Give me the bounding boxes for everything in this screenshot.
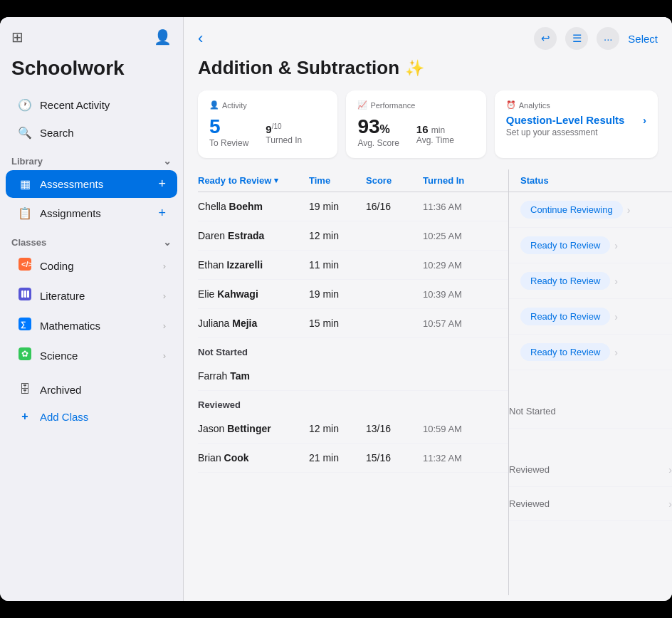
reviewed-section-label: Reviewed <box>198 391 508 414</box>
sidebar-item-add-class-label: Add Class <box>40 411 166 423</box>
status-row[interactable]: Ready to Review › <box>509 263 672 299</box>
table-row[interactable]: Farrah Tam <box>198 362 508 391</box>
sidebar-item-coding[interactable]: </> Coding › <box>6 251 177 280</box>
activity-card[interactable]: 👤 Activity 5 To Review 9/10 Turned In <box>198 90 337 158</box>
performance-card-header: 📈 Performance <box>357 100 474 110</box>
avg-score-value: 93% <box>357 115 399 138</box>
sidebar-toggle-icon[interactable]: ⊞ <box>11 28 23 46</box>
sparkle-icon: ✨ <box>405 59 424 78</box>
status-row[interactable]: Reviewed › <box>509 453 672 487</box>
col-header-ready-to-review[interactable]: Ready to Review ▾ <box>198 175 309 186</box>
status-badge[interactable]: Ready to Review <box>520 343 610 361</box>
sidebar-item-assessments-label: Assessments <box>40 178 151 190</box>
coding-class-icon: </> <box>17 258 33 273</box>
performance-card[interactable]: 📈 Performance 93% Avg. Score 16 min <box>346 90 485 158</box>
svg-rect-3 <box>21 290 23 298</box>
status-row[interactable]: Continue Reviewing › <box>509 192 672 228</box>
sidebar-item-literature[interactable]: Literature › <box>6 281 177 310</box>
assignments-icon: 📋 <box>17 206 33 220</box>
activity-header-label: Activity <box>222 101 247 110</box>
col-header-turned-in[interactable]: Turned In <box>423 175 508 186</box>
svg-rect-5 <box>27 290 29 298</box>
sidebar-item-archived-label: Archived <box>40 384 166 396</box>
name-cell: Brian Cook <box>198 452 309 464</box>
table-row[interactable]: Daren Estrada 12 min 10:25 AM <box>198 221 508 251</box>
time-cell: 15 min <box>309 318 366 329</box>
status-row[interactable]: Ready to Review › <box>509 228 672 263</box>
score-cell: 13/16 <box>366 423 423 434</box>
search-icon: 🔍 <box>17 126 33 140</box>
col-header-time[interactable]: Time <box>309 175 366 186</box>
score-cell: 16/16 <box>366 201 423 212</box>
table-row[interactable]: Elie Kahwagi 19 min 10:39 AM <box>198 280 508 309</box>
status-chevron-icon: › <box>627 204 631 216</box>
time-cell: 19 min <box>309 201 366 212</box>
library-chevron-icon: ⌄ <box>163 155 172 167</box>
science-class-icon: ✿ <box>17 347 33 363</box>
analytics-card[interactable]: ⏰ Analytics Question-Level Results › Set… <box>495 90 658 158</box>
status-row[interactable]: Ready to Review › <box>509 299 672 335</box>
page-title-row: Addition & Subtraction ✨ <box>184 57 672 90</box>
status-row[interactable]: Ready to Review › <box>509 335 672 370</box>
table-row[interactable]: Juliana Mejia 15 min 10:57 AM <box>198 309 508 338</box>
filter-button[interactable]: ☰ <box>565 27 588 50</box>
status-badge[interactable]: Ready to Review <box>520 272 610 290</box>
literature-chevron-icon: › <box>163 290 166 301</box>
to-review-label: To Review <box>209 138 248 148</box>
sidebar-top-bar: ⊞ 👤 <box>0 28 183 54</box>
status-chevron-icon: › <box>614 347 618 358</box>
svg-rect-4 <box>24 290 26 298</box>
sidebar-item-mathematics[interactable]: ∑ Mathematics › <box>6 311 177 340</box>
analytics-header-label: Analytics <box>519 101 550 110</box>
name-cell: Elie Kahwagi <box>198 288 309 300</box>
sidebar-item-assignments[interactable]: 📋 Assignments + <box>6 199 177 227</box>
science-chevron-icon: › <box>163 350 166 361</box>
performance-header-label: Performance <box>370 101 415 110</box>
col-header-score[interactable]: Score <box>366 175 423 186</box>
last-name: Estrada <box>228 230 264 241</box>
status-badge[interactable]: Ready to Review <box>520 308 610 325</box>
sidebar-item-mathematics-label: Mathematics <box>40 320 156 332</box>
sidebar-item-search[interactable]: 🔍 Search <box>6 120 177 146</box>
back-button[interactable]: ‹ <box>195 29 206 48</box>
status-badge[interactable]: Continue Reviewing <box>520 201 623 219</box>
select-button[interactable]: Select <box>628 33 658 45</box>
name-cell: Chella Boehm <box>198 201 309 212</box>
main-content: ‹ ↩ ☰ ··· Select Addition & Subtraction … <box>184 17 672 601</box>
sidebar-item-assessments[interactable]: ▦ Assessments + <box>6 170 177 198</box>
time-cell: 19 min <box>309 288 366 300</box>
analytics-card-header: ⏰ Analytics <box>506 100 646 110</box>
top-bar: ‹ ↩ ☰ ··· Select <box>184 17 672 57</box>
add-assignment-icon[interactable]: + <box>158 206 166 221</box>
table-row[interactable]: Jason Bettinger 12 min 13/16 10:59 AM <box>198 414 508 444</box>
first-name: Chella <box>198 201 229 212</box>
sidebar-item-archived[interactable]: 🗄 Archived <box>6 377 177 402</box>
time-cell: 12 min <box>309 423 366 434</box>
more-button[interactable]: ··· <box>597 27 619 50</box>
profile-icon[interactable]: 👤 <box>154 28 172 46</box>
undo-button[interactable]: ↩ <box>534 27 557 50</box>
status-badge[interactable]: Ready to Review <box>520 236 610 254</box>
sidebar-item-science[interactable]: ✿ Science › <box>6 341 177 370</box>
status-row[interactable]: Reviewed › <box>509 487 672 521</box>
top-bar-left: ‹ <box>195 29 206 48</box>
add-assessment-icon[interactable]: + <box>158 177 166 192</box>
sidebar-item-recent-activity[interactable]: 🕐 Recent Activity <box>6 92 177 118</box>
activity-values: 5 To Review 9/10 Turned In <box>209 115 326 148</box>
table-row[interactable]: Brian Cook 21 min 15/16 11:32 AM <box>198 444 508 473</box>
performance-values: 93% Avg. Score 16 min Avg. Time <box>357 115 474 148</box>
sidebar: ⊞ 👤 Schoolwork 🕐 Recent Activity 🔍 Searc… <box>0 17 184 601</box>
stats-row: 👤 Activity 5 To Review 9/10 Turned In <box>184 90 672 169</box>
table-row[interactable]: Ethan Izzarelli 11 min 10:29 AM <box>198 251 508 280</box>
first-name: Jason <box>198 423 227 434</box>
review-chevron-icon: › <box>668 464 672 476</box>
not-started-status-text: Not Started <box>509 406 556 417</box>
sidebar-item-add-class[interactable]: + Add Class <box>6 404 177 429</box>
svg-text:</>: </> <box>21 260 31 268</box>
last-name: Tam <box>230 370 250 382</box>
table-row[interactable]: Chella Boehm 19 min 16/16 11:36 AM <box>198 192 508 221</box>
first-name: Ethan <box>198 259 226 271</box>
turned-in-cell: 10:25 AM <box>423 231 508 241</box>
performance-header-icon: 📈 <box>357 100 367 110</box>
name-cell: Daren Estrada <box>198 230 309 241</box>
